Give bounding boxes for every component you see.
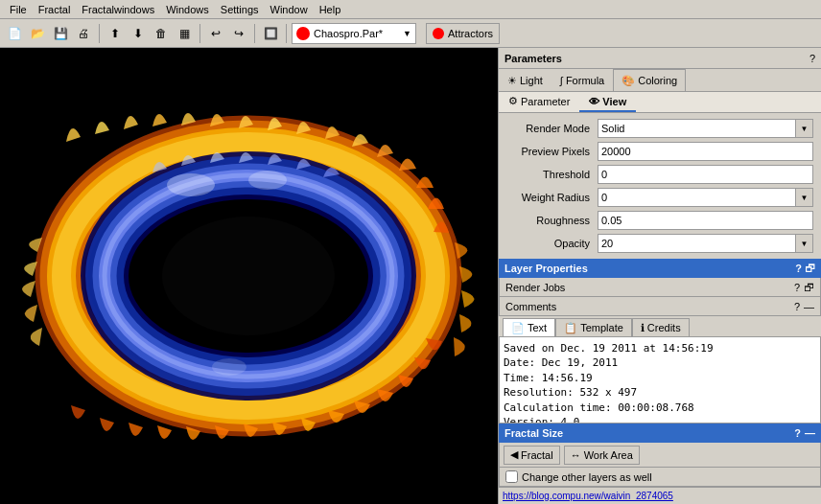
svg-point-11	[248, 171, 287, 190]
tab-view[interactable]: 👁 View	[579, 92, 636, 112]
comments-tab-credits[interactable]: ℹ Credits	[632, 318, 690, 336]
tb-btn-1[interactable]: ⬆	[105, 23, 126, 44]
fractal-size-restore-icon[interactable]: —	[805, 427, 815, 439]
render-mode-row: Render Mode ▼	[499, 117, 821, 140]
size-buttons: ◀ Fractal ↔ Work Area	[499, 443, 821, 468]
fractal-size-header: Fractal Size ? —	[499, 424, 821, 443]
threshold-label: Threshold	[506, 169, 598, 180]
toolbar-separator-3	[254, 24, 255, 43]
file-icon	[296, 27, 310, 40]
print-button[interactable]: 🖨	[73, 23, 94, 44]
roughness-input-group	[598, 211, 813, 230]
formula-icon: ∫	[560, 75, 563, 86]
menu-fractalwindows[interactable]: Fractalwindows	[76, 2, 160, 17]
save-button[interactable]: 💾	[50, 23, 71, 44]
roughness-input[interactable]	[598, 211, 813, 230]
comments-tab-text-label: Text	[528, 322, 547, 333]
comments-help-icon[interactable]: ?	[794, 301, 800, 312]
layer-properties-help-icon[interactable]: ?	[795, 263, 802, 274]
params-form: Render Mode ▼ Preview Pixels Threshold	[499, 113, 821, 259]
render-jobs-restore-icon[interactable]: 🗗	[804, 282, 814, 293]
roughness-row: Roughness	[499, 209, 821, 232]
change-layers-checkbox[interactable]	[505, 470, 518, 483]
fractal-btn-arrow-icon: ◀	[510, 448, 518, 461]
work-area-btn-arrow-icon: ↔	[571, 449, 581, 461]
menu-window[interactable]: Window	[265, 2, 314, 17]
tab-formula[interactable]: ∫ Formula	[551, 69, 613, 91]
menu-bar: File Fractal Fractalwindows Windows Sett…	[0, 0, 821, 19]
comments-icons: ? —	[794, 301, 814, 312]
dropdown-arrow-icon: ▼	[403, 29, 411, 38]
work-area-button[interactable]: ↔ Work Area	[564, 446, 640, 465]
opacity-input[interactable]	[598, 234, 796, 253]
tab-coloring-label: Coloring	[638, 75, 677, 86]
weight-radius-input[interactable]	[598, 188, 796, 207]
comments-tab-template[interactable]: 📋 Template	[555, 318, 632, 336]
file-dropdown[interactable]: Chaospro.Par* ▼	[292, 23, 416, 44]
fractal-svg	[0, 48, 498, 504]
toolbar-separator-4	[286, 24, 287, 43]
credits-icon: ℹ	[641, 322, 645, 334]
new-button[interactable]: 📄	[4, 23, 25, 44]
comments-text-area: Saved on Dec. 19 2011 at 14:56:19 Date: …	[499, 337, 821, 424]
preview-pixels-input-group	[598, 142, 813, 161]
tab-coloring[interactable]: 🎨 Coloring	[613, 69, 686, 91]
tab-view-label: View	[602, 96, 626, 107]
render-jobs-header: Render Jobs ? 🗗	[499, 278, 821, 297]
undo-button[interactable]: ↩	[205, 23, 226, 44]
params-header-icons: ?	[809, 53, 815, 64]
comments-tab-text[interactable]: 📄 Text	[503, 318, 555, 336]
attract-icon	[433, 28, 444, 39]
svg-point-14	[162, 217, 335, 335]
tab-light-label: Light	[520, 75, 543, 86]
open-button[interactable]: 📂	[27, 23, 48, 44]
menu-windows[interactable]: Windows	[160, 2, 215, 17]
params-title: Parameters	[504, 53, 562, 64]
tb-btn-5[interactable]: 🔲	[260, 23, 281, 44]
layer-properties-restore-icon[interactable]: 🗗	[805, 263, 815, 274]
tab-light[interactable]: ☀ Light	[499, 69, 551, 91]
view-icon: 👁	[589, 96, 599, 107]
fractal-size-icons: ? —	[794, 427, 815, 439]
opacity-row: Opacity ▼	[499, 232, 821, 255]
menu-file[interactable]: File	[4, 2, 33, 17]
render-jobs-title: Render Jobs	[505, 282, 565, 293]
tb-btn-3[interactable]: 🗑	[151, 23, 172, 44]
menu-fractal[interactable]: Fractal	[33, 2, 77, 17]
roughness-label: Roughness	[506, 215, 598, 226]
render-mode-label: Render Mode	[506, 123, 598, 134]
weight-radius-label: Weight Radius	[506, 192, 598, 203]
canvas-area[interactable]	[0, 48, 498, 504]
threshold-input[interactable]	[598, 165, 813, 184]
tab-parameter[interactable]: ⚙ Parameter	[499, 92, 579, 112]
params-help-icon[interactable]: ?	[809, 53, 815, 64]
render-jobs-icons: ? 🗗	[794, 282, 814, 293]
threshold-input-group	[598, 165, 813, 184]
tb-btn-2[interactable]: ⬇	[128, 23, 149, 44]
toolbar-separator-2	[199, 24, 200, 43]
right-panel: Parameters ? ☀ Light ∫ Formula 🎨 Colorin…	[498, 48, 821, 504]
svg-point-10	[167, 173, 215, 196]
comments-tab-credits-label: Credits	[647, 322, 681, 333]
tab-formula-label: Formula	[566, 75, 604, 86]
comments-restore-icon[interactable]: —	[804, 301, 814, 312]
weight-radius-dropdown[interactable]: ▼	[796, 188, 813, 207]
attractors-button[interactable]: Attractors	[426, 23, 500, 44]
preview-pixels-row: Preview Pixels	[499, 140, 821, 163]
layer-properties-header: Layer Properties ? 🗗	[499, 259, 821, 278]
opacity-dropdown[interactable]: ▼	[796, 234, 813, 253]
redo-button[interactable]: ↪	[228, 23, 249, 44]
render-mode-input[interactable]	[598, 119, 796, 138]
menu-help[interactable]: Help	[314, 2, 347, 17]
render-mode-dropdown[interactable]: ▼	[796, 119, 813, 138]
tab-row-2: ⚙ Parameter 👁 View	[499, 92, 821, 113]
file-label: Chaospro.Par*	[314, 28, 383, 39]
menu-settings[interactable]: Settings	[215, 2, 265, 17]
params-header: Parameters ?	[499, 48, 821, 69]
preview-pixels-input[interactable]	[598, 142, 813, 161]
tb-btn-4[interactable]: ▦	[174, 23, 195, 44]
render-jobs-help-icon[interactable]: ?	[794, 282, 800, 293]
fractal-button[interactable]: ◀ Fractal	[504, 446, 560, 465]
fractal-size-help-icon[interactable]: ?	[794, 427, 801, 439]
layer-properties-icons: ? 🗗	[795, 263, 815, 274]
